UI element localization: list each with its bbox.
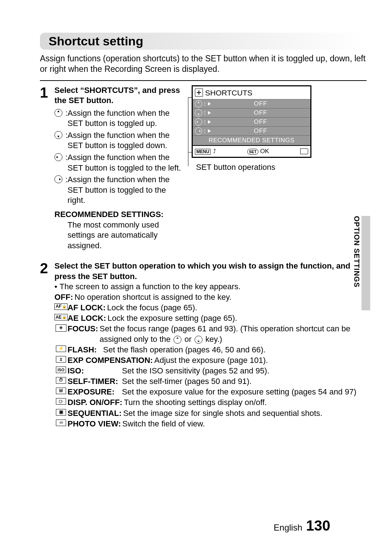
shortcuts-menu-icon xyxy=(195,89,203,97)
screen-dir-left-icon xyxy=(195,118,202,126)
direction-down-icon xyxy=(54,131,62,139)
option-text: Set the exposure value for the exposure … xyxy=(122,387,367,397)
step2-note: The screen to assign a function to the k… xyxy=(54,282,367,292)
exp-comp-icon xyxy=(56,356,66,363)
screen-dir-up-icon xyxy=(195,100,202,107)
option-flash: FLASH: Set the flash operation (pages 46… xyxy=(54,345,367,355)
direction-left-text: Assign the function when the SET button … xyxy=(68,153,181,172)
off-text: No operation shortcut is assigned to the… xyxy=(74,292,232,302)
exposure-icon xyxy=(56,388,66,394)
option-label: DISP. ON/OFF: xyxy=(68,397,122,408)
screen-header-text: SHORTCUTS xyxy=(205,88,252,98)
af-lock-icon: AF xyxy=(54,303,68,310)
side-tab-label: OPTION SETTINGS xyxy=(352,216,361,310)
set-badge-icon: SET xyxy=(247,149,258,155)
screen-off-value: OFF xyxy=(213,109,308,117)
screen-dir-right-icon xyxy=(195,127,202,135)
option-text: Set the flash operation (pages 46, 50 an… xyxy=(102,345,367,355)
direction-up-text: Assign the function when the SET button … xyxy=(68,109,170,128)
play-icon xyxy=(208,102,211,106)
step1-title: Select “SHORTCUTS”, and press the SET bu… xyxy=(54,85,185,106)
option-label: FOCUS: xyxy=(68,324,98,334)
sequential-icon xyxy=(56,409,66,416)
screen-recommended-row: RECOMMENDED SETTINGS xyxy=(193,135,310,145)
screen-row-right: ⋮ OFF xyxy=(193,126,310,135)
step-number-1: 1 xyxy=(40,85,54,251)
screen-row-down: ⋮ OFF xyxy=(193,108,310,117)
flash-icon xyxy=(56,345,66,352)
inline-up-icon xyxy=(173,336,181,344)
play-icon xyxy=(208,111,211,115)
screen-off-value: OFF xyxy=(213,127,308,135)
option-label: SEQUENTIAL: xyxy=(68,408,122,418)
option-label: PHOTO VIEW: xyxy=(68,419,121,429)
menu-button-icon: MENU xyxy=(195,149,211,155)
option-text: Set the ISO sensitivity (pages 52 and 95… xyxy=(122,366,367,376)
recommended-settings-text: The most commonly used settings are auto… xyxy=(54,220,185,251)
option-ae-lock: AE AE LOCK: Lock the exposure setting (p… xyxy=(54,313,367,323)
play-icon xyxy=(208,129,211,133)
option-label: ISO: xyxy=(68,366,122,376)
screen-off-value: OFF xyxy=(213,100,308,108)
option-text: Adjust the exposure (page 101). xyxy=(153,355,367,365)
page-footer: English 130 xyxy=(274,518,330,534)
option-disp-onoff: ▢▫ DISP. ON/OFF: Turn the shooting setti… xyxy=(54,397,367,408)
option-text: Lock the focus (page 65). xyxy=(106,303,367,313)
section-title-bar: Shortcut setting xyxy=(40,33,367,50)
lcd-screen-mock: SHORTCUTS ⋮ OFF ⋮ xyxy=(192,85,311,158)
direction-right-icon xyxy=(54,175,62,183)
option-self-timer: SELF-TIMER: Set the self-timer (pages 50… xyxy=(54,376,367,387)
screen-row-up: ⋮ OFF xyxy=(193,99,310,108)
option-sequential: SEQUENTIAL: Set the image size for singl… xyxy=(54,408,367,418)
focus-icon xyxy=(56,324,66,332)
screen-callout-label: SET button operations xyxy=(192,162,311,173)
option-label: FLASH: xyxy=(68,345,102,355)
return-arrow-icon: ⤴ xyxy=(213,148,216,155)
option-exposure: EXPOSURE: Set the exposure value for the… xyxy=(54,387,367,397)
footer-page-number: 130 xyxy=(306,518,330,533)
screen-row-left: ⋮ OFF xyxy=(193,117,310,126)
ae-lock-icon: AE xyxy=(54,314,68,320)
option-label: SELF-TIMER: xyxy=(68,376,122,387)
option-exp-comp: EXP COMPENSATION: Adjust the exposure (p… xyxy=(54,355,367,365)
tab-icon xyxy=(300,148,308,154)
footer-language: English xyxy=(274,523,302,532)
iso-icon: ISO xyxy=(56,367,66,373)
option-af-lock: AF AF LOCK: Lock the focus (page 65). xyxy=(54,303,367,313)
direction-up-icon xyxy=(54,109,62,117)
screen-off-value: OFF xyxy=(213,118,308,126)
option-label: EXP COMPENSATION: xyxy=(68,355,153,365)
step-number-2: 2 xyxy=(40,261,54,429)
option-text: Set the focus range (pages 61 and 93). (… xyxy=(98,324,367,344)
screen-ok-label: OK xyxy=(260,148,269,155)
option-text: Lock the exposure setting (page 65). xyxy=(106,313,367,323)
intro-paragraph: Assign functions (operation shortcuts) t… xyxy=(40,53,367,74)
option-text: Set the image size for single shots and … xyxy=(122,408,367,418)
direction-right-text: Assign the function when the SET button … xyxy=(68,175,170,205)
screen-dir-down-icon xyxy=(195,109,202,116)
step2-title: Select the SET button operation to which… xyxy=(54,261,367,281)
self-timer-icon xyxy=(56,377,66,384)
callout-bracket xyxy=(188,97,193,152)
separator-line xyxy=(40,80,367,81)
photo-view-icon: ▭ xyxy=(56,420,66,426)
option-photo-view: ▭ PHOTO VIEW: Switch the field of view. xyxy=(54,419,367,429)
option-iso: ISO ISO: Set the ISO sensitivity (pages … xyxy=(54,366,367,376)
option-text: Set the self-timer (pages 50 and 91). xyxy=(122,376,367,387)
option-focus: FOCUS: Set the focus range (pages 61 and… xyxy=(54,324,367,344)
off-label: OFF: xyxy=(54,292,74,302)
inline-down-icon xyxy=(195,336,203,344)
page: Shortcut setting Assign functions (opera… xyxy=(0,0,392,552)
recommended-settings-label: RECOMMENDED SETTINGS: xyxy=(54,209,185,220)
option-text: Turn the shooting settings display on/of… xyxy=(122,397,367,408)
option-label: EXPOSURE: xyxy=(68,387,122,397)
side-tab: OPTION SETTINGS xyxy=(352,216,370,310)
option-text: Switch the field of view. xyxy=(121,419,367,429)
section-title: Shortcut setting xyxy=(49,34,358,48)
disp-onoff-icon: ▢▫ xyxy=(56,398,66,405)
direction-left-icon xyxy=(54,153,62,161)
option-label: AE LOCK: xyxy=(68,313,106,323)
direction-down-text: Assign the function when the SET button … xyxy=(68,131,170,150)
play-icon xyxy=(208,120,211,124)
option-label: AF LOCK: xyxy=(68,303,106,313)
